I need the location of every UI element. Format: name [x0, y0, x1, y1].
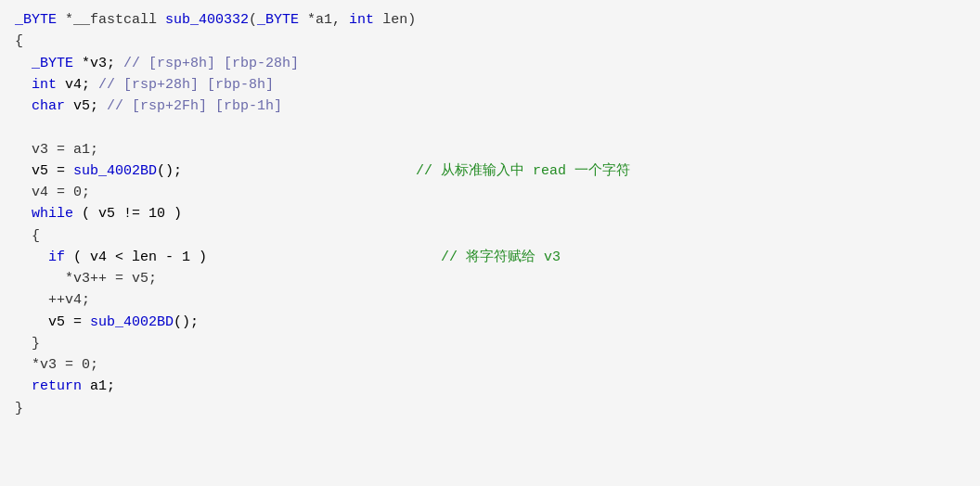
code-text: *v3 = 0; [15, 354, 98, 376]
code-text [15, 117, 23, 138]
code-line-13: *v3++ = v5; [15, 268, 965, 289]
code-text: _BYTE *v3; // [rsp+8h] [rbp-28h] [15, 53, 299, 74]
code-line-1: _BYTE *__fastcall sub_400332(_BYTE *a1, … [15, 9, 965, 31]
code-text: if ( v4 < len - 1 ) // 将字符赋给 v3 [15, 247, 561, 268]
code-line-2: { [15, 31, 965, 52]
code-text: v5 = sub_4002BD(); // 从标准输入中 read 一个字符 [15, 160, 630, 182]
code-line-6 [15, 117, 965, 138]
code-line-8: v5 = sub_4002BD(); // 从标准输入中 read 一个字符 [15, 160, 965, 182]
code-text: v4 = 0; [15, 182, 90, 203]
code-line-12: if ( v4 < len - 1 ) // 将字符赋给 v3 [15, 247, 965, 268]
code-line-10: while ( v5 != 10 ) [15, 203, 965, 224]
code-text: { [15, 31, 23, 52]
code-text: { [15, 225, 40, 247]
code-text: _BYTE *__fastcall sub_400332(_BYTE *a1, … [15, 9, 416, 31]
code-text: v5 = sub_4002BD(); [15, 312, 199, 333]
code-line-3: _BYTE *v3; // [rsp+8h] [rbp-28h] [15, 53, 965, 74]
code-line-19: } [15, 398, 965, 419]
code-text: } [15, 398, 23, 419]
code-line-15: v5 = sub_4002BD(); [15, 312, 965, 333]
code-text: ++v4; [15, 289, 90, 311]
code-line-4: int v4; // [rsp+28h] [rbp-8h] [15, 74, 965, 96]
code-text: while ( v5 != 10 ) [15, 203, 182, 224]
code-text: } [15, 333, 40, 354]
code-line-5: char v5; // [rsp+2Fh] [rbp-1h] [15, 96, 965, 117]
code-line-16: } [15, 333, 965, 354]
code-line-11: { [15, 225, 965, 247]
code-line-14: ++v4; [15, 289, 965, 311]
code-line-9: v4 = 0; [15, 182, 965, 203]
code-text: return a1; [15, 376, 115, 397]
code-line-17: *v3 = 0; [15, 354, 965, 376]
code-text: v3 = a1; [15, 139, 98, 160]
code-text: char v5; // [rsp+2Fh] [rbp-1h] [15, 96, 282, 117]
code-line-7: v3 = a1; [15, 139, 965, 160]
code-line-18: return a1; [15, 376, 965, 397]
code-viewer: _BYTE *__fastcall sub_400332(_BYTE *a1, … [0, 0, 980, 486]
code-text: *v3++ = v5; [15, 268, 157, 289]
code-text: int v4; // [rsp+28h] [rbp-8h] [15, 74, 274, 96]
